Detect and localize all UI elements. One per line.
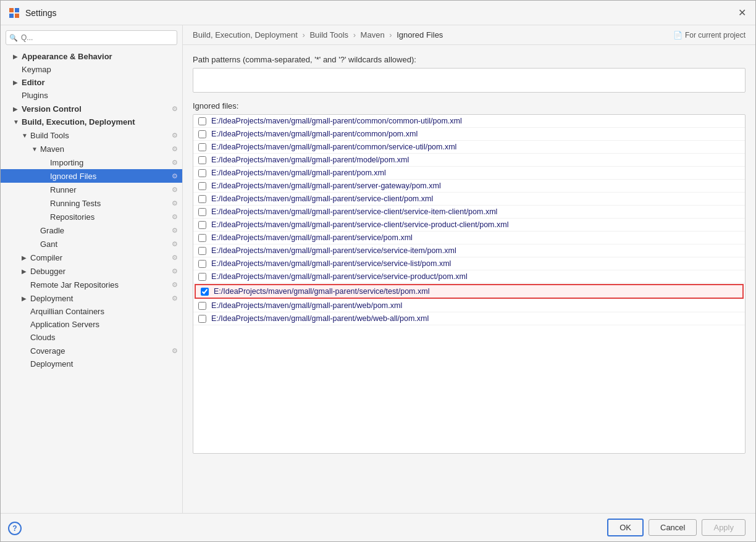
- file-row[interactable]: E:/IdeaProjects/maven/gmall/gmall-parent…: [193, 167, 745, 180]
- file-row[interactable]: E:/IdeaProjects/maven/gmall/gmall-parent…: [193, 128, 745, 141]
- sidebar-item-compiler[interactable]: ▶Compiler⚙: [1, 251, 182, 264]
- gear-icon: ⚙: [170, 130, 180, 140]
- project-icon: 📄: [673, 31, 682, 40]
- arrow-icon: ▼: [32, 146, 40, 152]
- sidebar-item-build-execution-deployment[interactable]: ▼Build, Execution, Deployment: [1, 115, 182, 128]
- file-row[interactable]: E:/IdeaProjects/maven/gmall/gmall-parent…: [193, 206, 745, 219]
- file-path: E:/IdeaProjects/maven/gmall/gmall-parent…: [211, 272, 468, 281]
- sidebar-item-label: Deployment: [30, 294, 170, 303]
- file-row[interactable]: E:/IdeaProjects/maven/gmall/gmall-parent…: [193, 244, 745, 257]
- close-button[interactable]: ✕: [736, 7, 748, 19]
- file-path: E:/IdeaProjects/maven/gmall/gmall-parent…: [211, 194, 433, 203]
- file-checkbox[interactable]: [198, 208, 206, 216]
- sidebar-item-deployment2[interactable]: Deployment: [1, 357, 182, 370]
- file-row[interactable]: E:/IdeaProjects/maven/gmall/gmall-parent…: [193, 193, 745, 206]
- file-checkbox[interactable]: [201, 288, 209, 296]
- app-icon: [8, 7, 20, 19]
- ok-button[interactable]: OK: [607, 519, 644, 536]
- main-content: 🔍 ▶Appearance & BehaviorKeymap▶EditorPlu…: [1, 25, 755, 513]
- sidebar-item-plugins[interactable]: Plugins: [1, 89, 182, 102]
- path-patterns-input[interactable]: [193, 68, 746, 93]
- file-row[interactable]: E:/IdeaProjects/maven/gmall/gmall-parent…: [193, 219, 745, 231]
- gear-icon: ⚙: [170, 171, 180, 181]
- sidebar-item-gradle[interactable]: Gradle⚙: [1, 223, 182, 237]
- file-path: E:/IdeaProjects/maven/gmall/gmall-parent…: [211, 181, 441, 190]
- sidebar-item-gant[interactable]: Gant⚙: [1, 237, 182, 251]
- help-button[interactable]: ?: [8, 522, 22, 535]
- arrow-icon: ▶: [13, 79, 22, 86]
- file-path: E:/IdeaProjects/maven/gmall/gmall-parent…: [211, 117, 462, 125]
- sidebar-item-keymap[interactable]: Keymap: [1, 63, 182, 76]
- breadcrumb-sep-3: ›: [389, 30, 394, 40]
- breadcrumb-part-3: Maven: [361, 30, 385, 40]
- file-checkbox[interactable]: [198, 247, 206, 255]
- sidebar-item-debugger[interactable]: ▶Debugger⚙: [1, 264, 182, 278]
- file-checkbox[interactable]: [198, 273, 206, 281]
- sidebar-item-editor[interactable]: ▶Editor: [1, 76, 182, 89]
- gear-icon: ⚙: [170, 144, 180, 154]
- file-checkbox[interactable]: [198, 143, 206, 151]
- search-icon: 🔍: [9, 34, 18, 42]
- sidebar-item-application-servers[interactable]: Application Servers: [1, 318, 182, 331]
- file-row[interactable]: E:/IdeaProjects/maven/gmall/gmall-parent…: [193, 312, 745, 325]
- sidebar-item-version-control[interactable]: ▶Version Control⚙: [1, 102, 182, 115]
- breadcrumb-sep-2: ›: [353, 30, 358, 40]
- sidebar-item-importing[interactable]: Importing⚙: [1, 156, 182, 169]
- sidebar-item-maven[interactable]: ▼Maven⚙: [1, 142, 182, 156]
- file-path: E:/IdeaProjects/maven/gmall/gmall-parent…: [211, 207, 497, 216]
- file-row[interactable]: E:/IdeaProjects/maven/gmall/gmall-parent…: [195, 284, 744, 299]
- file-row[interactable]: E:/IdeaProjects/maven/gmall/gmall-parent…: [193, 154, 745, 167]
- dialog-footer: OK Cancel Apply ?: [1, 513, 755, 541]
- sidebar-item-label: Running Tests: [50, 199, 170, 208]
- file-path: E:/IdeaProjects/maven/gmall/gmall-parent…: [211, 314, 429, 323]
- gear-icon: ⚙: [170, 280, 180, 290]
- cancel-button[interactable]: Cancel: [649, 519, 697, 536]
- sidebar-item-remote-jar-repositories[interactable]: Remote Jar Repositories⚙: [1, 278, 182, 291]
- sidebar-item-runner[interactable]: Runner⚙: [1, 183, 182, 196]
- dialog-title: Settings: [25, 8, 736, 18]
- file-checkbox[interactable]: [198, 234, 206, 242]
- file-checkbox[interactable]: [198, 260, 206, 268]
- file-checkbox[interactable]: [198, 130, 206, 138]
- for-current-project-button[interactable]: 📄 For current project: [673, 31, 746, 40]
- file-row[interactable]: E:/IdeaProjects/maven/gmall/gmall-parent…: [193, 180, 745, 193]
- sidebar-item-coverage[interactable]: Coverage⚙: [1, 344, 182, 357]
- file-checkbox[interactable]: [198, 302, 206, 310]
- file-row[interactable]: E:/IdeaProjects/maven/gmall/gmall-parent…: [193, 299, 745, 312]
- sidebar-item-label: Build Tools: [30, 131, 170, 140]
- sidebar-item-deployment[interactable]: ▶Deployment⚙: [1, 291, 182, 305]
- gear-icon: ⚙: [170, 185, 180, 194]
- file-row[interactable]: E:/IdeaProjects/maven/gmall/gmall-parent…: [193, 141, 745, 154]
- sidebar-item-ignored-files[interactable]: Ignored Files⚙: [1, 169, 182, 183]
- search-input[interactable]: [6, 30, 177, 45]
- help-section: ?: [8, 522, 22, 535]
- sidebar-item-label: Maven: [40, 144, 170, 154]
- file-checkbox[interactable]: [198, 117, 206, 125]
- gear-icon: ⚙: [170, 212, 180, 222]
- file-checkbox[interactable]: [198, 195, 206, 203]
- file-checkbox[interactable]: [198, 315, 206, 323]
- file-checkbox[interactable]: [198, 169, 206, 177]
- file-checkbox[interactable]: [198, 221, 206, 229]
- sidebar-item-label: Editor: [22, 78, 180, 87]
- arrow-icon: ▶: [22, 254, 30, 261]
- sidebar-item-repositories[interactable]: Repositories⚙: [1, 210, 182, 223]
- svg-rect-1: [15, 8, 19, 12]
- arrow-icon: ▶: [22, 268, 30, 275]
- file-row[interactable]: E:/IdeaProjects/maven/gmall/gmall-parent…: [193, 115, 745, 128]
- sidebar-item-appearance-behavior[interactable]: ▶Appearance & Behavior: [1, 50, 182, 63]
- file-row[interactable]: E:/IdeaProjects/maven/gmall/gmall-parent…: [193, 270, 745, 283]
- sidebar-item-arquillian-containers[interactable]: Arquillian Containers: [1, 305, 182, 318]
- sidebar-item-build-tools[interactable]: ▼Build Tools⚙: [1, 128, 182, 142]
- apply-button[interactable]: Apply: [702, 519, 746, 536]
- settings-dialog: Settings ✕ 🔍 ▶Appearance & BehaviorKeyma…: [0, 0, 756, 542]
- sidebar-item-clouds[interactable]: Clouds: [1, 331, 182, 344]
- sidebar-item-running-tests[interactable]: Running Tests⚙: [1, 196, 182, 210]
- file-row[interactable]: E:/IdeaProjects/maven/gmall/gmall-parent…: [193, 231, 745, 244]
- sidebar-item-label: Appearance & Behavior: [22, 52, 180, 61]
- sidebar-item-label: Importing: [50, 158, 170, 167]
- sidebar-item-label: Keymap: [22, 65, 180, 74]
- file-row[interactable]: E:/IdeaProjects/maven/gmall/gmall-parent…: [193, 257, 745, 270]
- file-checkbox[interactable]: [198, 182, 206, 190]
- file-checkbox[interactable]: [198, 156, 206, 164]
